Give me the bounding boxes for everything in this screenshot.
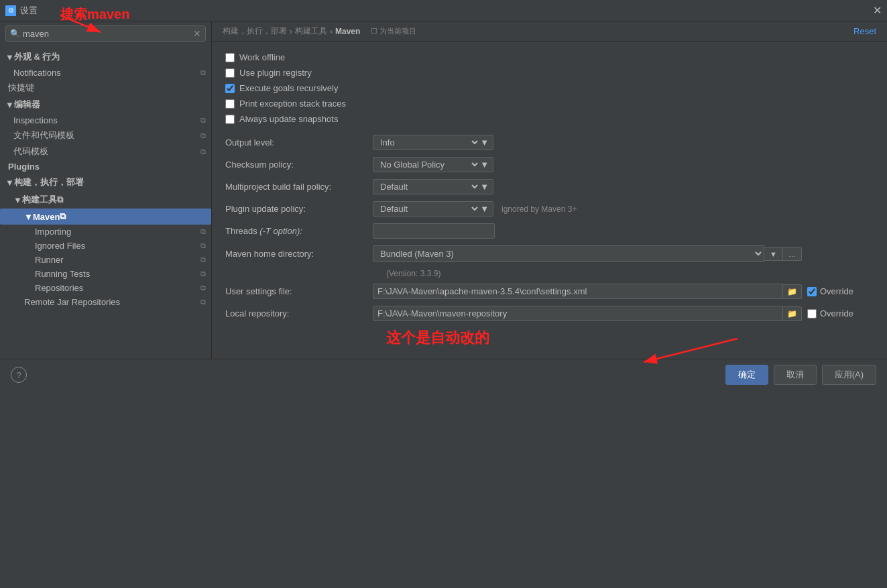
sidebar-item-label: Maven xyxy=(33,212,60,222)
sidebar-item-importing[interactable]: Importing ⧉ xyxy=(0,225,211,239)
user-settings-override-checkbox[interactable] xyxy=(807,287,817,296)
breadcrumb-part-1: 构建，执行，部署 xyxy=(223,25,287,37)
sidebar-item-plugins[interactable]: Plugins xyxy=(0,160,211,174)
search-box[interactable]: 🔍 ✕ xyxy=(5,25,206,42)
maven-home-select[interactable]: Bundled (Maven 3) xyxy=(373,245,764,262)
checksum-policy-label: Checksum policy: xyxy=(225,160,373,170)
plugin-registry-input[interactable] xyxy=(225,68,235,78)
sidebar-item-runner[interactable]: Runner ⧉ xyxy=(0,253,211,267)
sidebar-item-label: 构建，执行，部署 xyxy=(14,176,84,188)
sidebar-item-build[interactable]: ▼ 构建，执行，部署 xyxy=(0,174,211,191)
breadcrumb-separator: › xyxy=(290,27,292,36)
breadcrumb-part-2: 构建工具 xyxy=(295,25,327,37)
sidebar-item-label: Remote Jar Repositories xyxy=(24,297,120,307)
plugin-update-row: Plugin update policy: Default Always Nev… xyxy=(225,201,874,217)
multiproject-select[interactable]: Default Fail At End Fail Fast Never Fail xyxy=(377,181,480,192)
plugin-update-label: Plugin update policy: xyxy=(225,204,373,214)
sidebar-item-label: Repositories xyxy=(35,283,83,293)
copy-icon: ⧉ xyxy=(200,68,206,77)
project-link[interactable]: ☐ 为当前项目 xyxy=(371,26,416,36)
sidebar-item-editor[interactable]: ▼ 编辑器 xyxy=(0,96,211,113)
settings-panel: Work offline Use plugin registry Execute… xyxy=(212,42,887,359)
work-offline-input[interactable] xyxy=(225,53,235,62)
output-level-select[interactable]: Info Debug Warning Error xyxy=(377,137,480,148)
expand-arrow: ▼ xyxy=(5,52,14,62)
copy-icon: ⧉ xyxy=(200,241,206,250)
plugin-registry-label: Use plugin registry xyxy=(239,68,312,78)
expand-arrow: ▼ xyxy=(24,212,33,222)
copy-icon: ⧉ xyxy=(200,270,206,278)
help-button[interactable]: ? xyxy=(11,367,27,383)
maven-home-dropdown-button[interactable]: ▼ xyxy=(764,247,783,261)
copy-icon: ⧉ xyxy=(200,131,206,140)
close-button[interactable]: ✕ xyxy=(873,4,882,17)
threads-input[interactable] xyxy=(373,223,495,239)
breadcrumb-current: Maven xyxy=(335,27,360,36)
auto-changed-annotation: 这个是自动改的 xyxy=(386,328,874,348)
sidebar-item-remote-jar[interactable]: Remote Jar Repositories ⧉ xyxy=(0,295,211,309)
always-update-input[interactable] xyxy=(225,115,235,124)
execute-goals-checkbox[interactable]: Execute goals recursively xyxy=(225,83,338,93)
sidebar-item-appearance[interactable]: ▼ 外观 & 行为 xyxy=(0,48,211,66)
ok-button[interactable]: 确定 xyxy=(725,365,768,385)
local-repo-input[interactable] xyxy=(373,306,783,321)
threads-label: Threads (-T option): xyxy=(225,226,373,236)
dropdown-arrow-icon: ▼ xyxy=(480,204,489,214)
execute-goals-input[interactable] xyxy=(225,84,235,93)
content-area: 构建，执行，部署 › 构建工具 › Maven ☐ 为当前项目 Reset Wo… xyxy=(212,21,887,359)
sidebar-item-maven[interactable]: ▼ Maven ⧉ xyxy=(0,209,211,225)
sidebar-item-running-tests[interactable]: Running Tests ⧉ xyxy=(0,267,211,281)
print-exception-input[interactable] xyxy=(225,99,235,109)
user-settings-browse-button[interactable]: 📁 xyxy=(783,284,802,299)
breadcrumb-separator: › xyxy=(330,27,333,36)
search-icon: 🔍 xyxy=(10,29,20,38)
user-settings-input[interactable] xyxy=(373,284,783,299)
sidebar-item-code-templates[interactable]: 代码模板 ⧉ xyxy=(0,143,211,160)
checksum-policy-select-wrap[interactable]: No Global Policy Fail Warn Ignore ▼ xyxy=(373,157,493,172)
copy-icon: ⧉ xyxy=(57,194,63,205)
local-repo-override-label: Override xyxy=(820,308,853,318)
clear-search-button[interactable]: ✕ xyxy=(193,28,201,39)
reset-button[interactable]: Reset xyxy=(853,26,876,36)
sidebar-item-file-templates[interactable]: 文件和代码模板 ⧉ xyxy=(0,127,211,143)
sidebar-item-keymap[interactable]: 快捷键 xyxy=(0,80,211,96)
print-exception-checkbox[interactable]: Print exception stack traces xyxy=(225,99,346,109)
sidebar-item-label: Runner xyxy=(35,255,64,265)
sidebar-item-label: 构建工具 xyxy=(22,194,57,206)
output-level-select-wrap[interactable]: Info Debug Warning Error ▼ xyxy=(373,135,493,150)
apply-button[interactable]: 应用(A) xyxy=(822,365,876,385)
maven-home-browse-button[interactable]: … xyxy=(783,247,802,261)
plugin-update-select-wrap[interactable]: Default Always Never ▼ xyxy=(373,201,493,217)
plugin-registry-row: Use plugin registry xyxy=(225,68,874,78)
sidebar-item-label: Importing xyxy=(35,227,71,237)
sidebar-item-label: Plugins xyxy=(8,162,40,172)
local-repo-override-checkbox[interactable] xyxy=(807,309,817,318)
checksum-policy-select[interactable]: No Global Policy Fail Warn Ignore xyxy=(377,159,480,170)
user-settings-row: User settings file: 📁 Override xyxy=(225,284,874,299)
work-offline-checkbox[interactable]: Work offline xyxy=(225,52,285,62)
always-update-row: Always update snapshots xyxy=(225,114,874,124)
always-update-checkbox[interactable]: Always update snapshots xyxy=(225,114,338,124)
maven-home-row: Maven home directory: Bundled (Maven 3) … xyxy=(225,245,874,262)
copy-icon: ⧉ xyxy=(200,255,206,264)
local-repo-override-wrap: Override xyxy=(807,308,853,318)
plugin-registry-checkbox[interactable]: Use plugin registry xyxy=(225,68,312,78)
plugin-update-select[interactable]: Default Always Never xyxy=(377,203,480,215)
sidebar-item-build-tools[interactable]: ▼ 构建工具 ⧉ xyxy=(0,191,211,209)
sidebar-item-notifications[interactable]: Notifications ⧉ xyxy=(0,66,211,80)
multiproject-select-wrap[interactable]: Default Fail At End Fail Fast Never Fail… xyxy=(373,179,493,194)
sidebar-item-ignored-files[interactable]: Ignored Files ⧉ xyxy=(0,239,211,253)
maven-home-label: Maven home directory: xyxy=(225,249,373,259)
sidebar-item-inspections[interactable]: Inspections ⧉ xyxy=(0,113,211,127)
sidebar-item-repositories[interactable]: Repositories ⧉ xyxy=(0,281,211,295)
user-settings-override-wrap: Override xyxy=(807,286,853,296)
dropdown-arrow-icon: ▼ xyxy=(480,182,489,192)
expand-arrow: ▼ xyxy=(13,195,22,205)
search-input[interactable] xyxy=(23,29,193,39)
multiproject-label: Multiproject build fail policy: xyxy=(225,182,373,192)
user-settings-label: User settings file: xyxy=(225,286,373,296)
user-settings-override-label: Override xyxy=(820,286,853,296)
local-repo-browse-button[interactable]: 📁 xyxy=(783,306,802,321)
user-settings-input-wrap: 📁 xyxy=(373,284,802,299)
cancel-button[interactable]: 取消 xyxy=(774,365,817,385)
